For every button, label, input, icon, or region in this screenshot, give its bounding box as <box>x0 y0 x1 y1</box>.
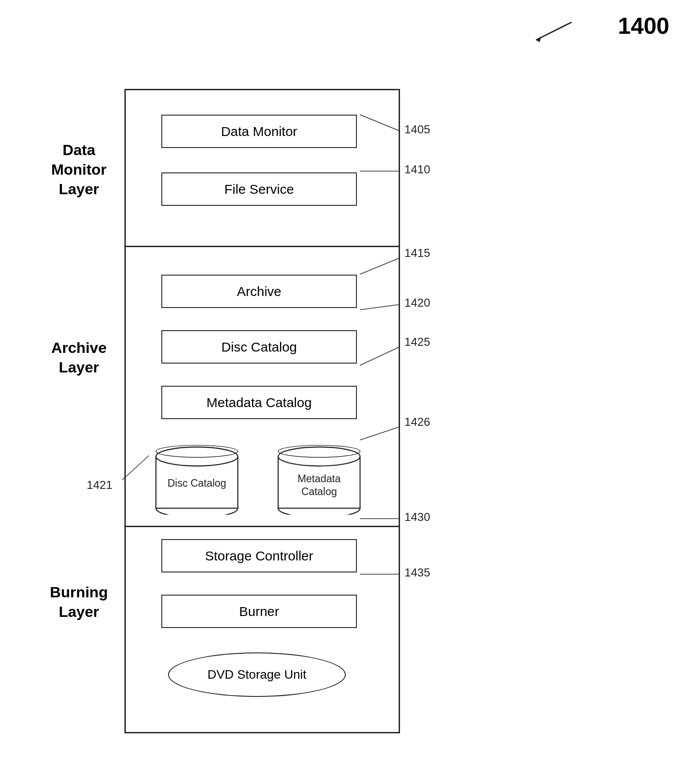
svg-text:1410: 1410 <box>404 163 430 176</box>
file-service-box: File Service <box>161 172 357 206</box>
data-monitor-box: Data Monitor <box>161 115 357 148</box>
metadata-catalog-box: Metadata Catalog <box>161 386 357 419</box>
burner-box: Burner <box>161 595 357 628</box>
archive-box: Archive <box>161 275 357 308</box>
disc-catalog-box: Disc Catalog <box>161 330 357 364</box>
svg-text:1415: 1415 <box>404 246 430 260</box>
svg-text:1420: 1420 <box>404 296 430 309</box>
svg-text:1425: 1425 <box>404 335 430 348</box>
divider-top <box>126 246 399 247</box>
svg-text:1430: 1430 <box>404 510 430 524</box>
main-box: Data Monitor File Service Archive Disc C… <box>124 89 400 733</box>
burning-layer-label: Burning Layer <box>40 582 118 621</box>
dvd-storage-unit: DVD Storage Unit <box>168 652 346 697</box>
figure-number-arrow <box>527 18 580 46</box>
svg-point-8 <box>278 447 360 466</box>
data-monitor-layer-label: Data Monitor Layer <box>40 140 118 199</box>
svg-text:1426: 1426 <box>404 415 430 428</box>
svg-text:Catalog: Catalog <box>301 486 337 497</box>
diagram-wrapper: Data Monitor File Service Archive Disc C… <box>36 53 658 756</box>
svg-line-0 <box>536 22 572 40</box>
figure-number: 1400 <box>618 12 669 39</box>
storage-controller-box: Storage Controller <box>161 539 357 572</box>
disc-catalog-cylinder: Disc Catalog <box>150 444 244 515</box>
divider-bottom <box>126 526 399 527</box>
archive-layer-label: Archive Layer <box>40 338 118 377</box>
svg-text:1405: 1405 <box>404 123 430 136</box>
svg-text:Disc Catalog: Disc Catalog <box>168 477 226 489</box>
metadata-catalog-cylinder: Metadata Catalog <box>272 444 366 515</box>
svg-text:1421: 1421 <box>87 478 112 492</box>
svg-text:1435: 1435 <box>404 566 430 579</box>
svg-text:Metadata: Metadata <box>297 473 340 484</box>
